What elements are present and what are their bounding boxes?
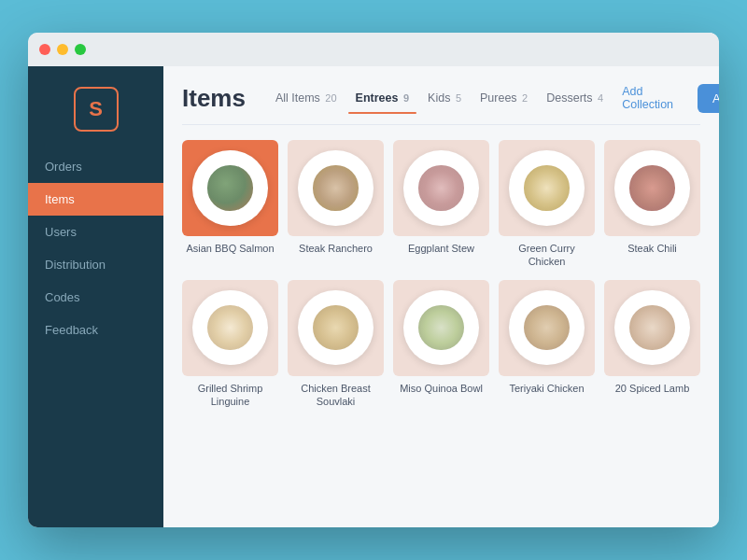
item-image-wrapper — [288, 280, 384, 376]
logo: S — [74, 87, 119, 132]
food-visual — [207, 165, 252, 210]
item-name: Green Curry Chicken — [499, 242, 595, 269]
food-visual — [629, 305, 674, 350]
sidebar-item-feedback[interactable]: Feedback — [28, 314, 163, 346]
app-body: S Orders Items Users Distribution Codes … — [28, 66, 719, 527]
logo-area: S — [28, 77, 163, 150]
item-name: Asian BBQ Salmon — [186, 242, 274, 255]
tab-desserts[interactable]: Desserts 4 — [539, 86, 611, 110]
sidebar-item-items[interactable]: Items — [28, 183, 163, 216]
food-visual — [313, 165, 358, 210]
plate — [298, 150, 373, 225]
tab-purees[interactable]: Purees 2 — [472, 86, 535, 110]
plate — [192, 290, 267, 365]
add-item-button[interactable]: Add Item — [698, 84, 719, 113]
items-grid: Asian BBQ SalmonSteak RancheroEggplant S… — [163, 125, 719, 527]
item-card[interactable]: Green Curry Chicken — [499, 140, 595, 269]
item-name: Steak Ranchero — [299, 242, 373, 255]
item-image-wrapper — [604, 280, 700, 376]
item-card[interactable]: 20 Spiced Lamb — [604, 280, 700, 409]
item-name: 20 Spiced Lamb — [615, 382, 690, 395]
sidebar-item-distribution[interactable]: Distribution — [28, 248, 163, 281]
item-name: Eggplant Stew — [408, 242, 474, 255]
item-card[interactable]: Steak Chili — [604, 140, 700, 269]
sidebar-item-users[interactable]: Users — [28, 216, 163, 248]
plate — [298, 290, 373, 365]
tab-entrees[interactable]: Entrees 9 — [348, 86, 416, 110]
plate — [403, 290, 478, 365]
plate — [192, 150, 267, 225]
item-name: Grilled Shrimp Linguine — [182, 382, 278, 409]
item-image-wrapper — [499, 280, 595, 376]
item-image-wrapper — [288, 140, 384, 236]
maximize-button[interactable] — [75, 44, 86, 55]
item-name: Chicken Breast Souvlaki — [288, 382, 384, 409]
food-visual — [418, 305, 463, 350]
item-image-wrapper — [604, 140, 700, 236]
close-button[interactable] — [39, 44, 50, 55]
food-visual — [524, 305, 569, 350]
minimize-button[interactable] — [57, 44, 68, 55]
food-visual — [207, 305, 252, 350]
tabs-area: All Items 20 Entrees 9 Kids 5 Purees 2 — [268, 79, 681, 117]
sidebar-item-orders[interactable]: Orders — [28, 150, 163, 183]
food-visual — [313, 305, 358, 350]
food-visual — [524, 165, 569, 210]
app-window: S Orders Items Users Distribution Codes … — [28, 33, 719, 527]
page-title: Items — [182, 84, 246, 113]
item-card[interactable]: Miso Quinoa Bowl — [393, 280, 489, 409]
title-bar — [28, 33, 719, 66]
item-card[interactable]: Steak Ranchero — [288, 140, 384, 269]
item-card[interactable]: Asian BBQ Salmon — [182, 140, 278, 269]
plate — [509, 150, 584, 225]
logo-symbol: S — [89, 97, 103, 121]
add-collection-link[interactable]: Add Collection — [614, 79, 681, 117]
item-card[interactable]: Chicken Breast Souvlaki — [288, 280, 384, 409]
plate — [614, 290, 689, 365]
plate — [614, 150, 689, 225]
sidebar: S Orders Items Users Distribution Codes … — [28, 66, 163, 527]
item-name: Teriyaki Chicken — [509, 382, 584, 395]
sidebar-item-codes[interactable]: Codes — [28, 281, 163, 314]
main-content: Items All Items 20 Entrees 9 Kids 5 — [163, 66, 719, 527]
item-card[interactable]: Eggplant Stew — [393, 140, 489, 269]
item-image-wrapper — [393, 140, 489, 236]
food-visual — [418, 165, 463, 210]
tab-kids[interactable]: Kids 5 — [420, 86, 469, 110]
item-name: Steak Chili — [627, 242, 677, 255]
plate — [403, 150, 478, 225]
item-name: Miso Quinoa Bowl — [400, 382, 483, 395]
item-card[interactable]: Grilled Shrimp Linguine — [182, 280, 278, 409]
item-image-wrapper — [182, 140, 278, 236]
item-image-wrapper — [393, 280, 489, 376]
item-image-wrapper — [182, 280, 278, 376]
plate — [509, 290, 584, 365]
item-image-wrapper — [499, 140, 595, 236]
food-visual — [629, 165, 674, 210]
tab-all-items[interactable]: All Items 20 — [268, 86, 345, 110]
main-header: Items All Items 20 Entrees 9 Kids 5 — [163, 66, 719, 117]
item-card[interactable]: Teriyaki Chicken — [499, 280, 595, 409]
